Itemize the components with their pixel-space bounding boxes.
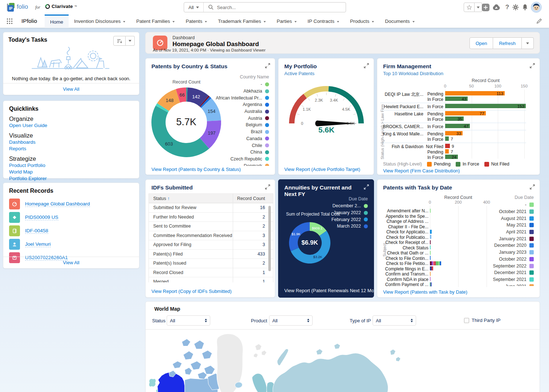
bar-pending[interactable] <box>445 149 449 154</box>
tab-patent-families[interactable]: Patent Families <box>131 15 180 28</box>
record-count-cell[interactable]: 1 <box>233 279 273 282</box>
view-report-link[interactable]: View Report (Copy of IDFs Submitted) <box>151 289 232 294</box>
favorites-star-button[interactable] <box>464 3 475 12</box>
world-map-svg[interactable] <box>146 330 540 392</box>
portfolio-gauge-chart[interactable]: 01.1K2.3K3.4K4.5K5.6K <box>284 78 369 131</box>
bar-not-filed[interactable] <box>445 144 450 148</box>
product-filter-select[interactable]: All <box>269 315 313 326</box>
global-add-button[interactable] <box>481 3 490 12</box>
quicklink-product-portfolio[interactable]: Product Portfolio <box>9 162 45 169</box>
bar-in-force[interactable] <box>445 136 449 141</box>
status-filter-select[interactable]: All <box>167 315 210 326</box>
tasks-menu-caret-button[interactable] <box>126 36 135 46</box>
recent-record-link[interactable]: Joel Vemuri <box>25 241 51 247</box>
recent-view-all-link[interactable]: View All <box>3 257 139 268</box>
search-input[interactable] <box>214 5 346 10</box>
record-count-cell[interactable]: 16 <box>233 205 273 210</box>
record-count-cell[interactable]: 2 <box>233 261 273 266</box>
stacked-bar-segment[interactable] <box>430 256 431 260</box>
quicklink-reports[interactable]: Reports <box>9 146 26 152</box>
expand-icon[interactable] <box>265 184 270 189</box>
stacked-bar-segment[interactable] <box>430 251 431 255</box>
expand-icon[interactable] <box>364 63 369 68</box>
dashboard-more-caret-button[interactable] <box>522 37 534 49</box>
donut-slice[interactable] <box>289 222 310 251</box>
help-button[interactable]: ? <box>503 3 512 12</box>
open-button[interactable]: Open <box>469 37 493 49</box>
gauge-tick-label: 2.3K <box>315 98 323 102</box>
stacked-bar-segment[interactable] <box>430 277 431 281</box>
setup-button[interactable] <box>511 3 520 12</box>
table-header[interactable]: Status ↑ Record Count <box>149 194 273 203</box>
stacked-bar-segment[interactable] <box>432 266 433 270</box>
tab-documents[interactable]: Documents <box>379 15 420 28</box>
tasks-view-all-link[interactable]: View All <box>3 83 139 95</box>
bar-value-label: 43 <box>458 97 466 101</box>
view-report-link[interactable]: View Report (Patent Renewals Next 12 Mon… <box>284 288 374 293</box>
bar-in-force[interactable] <box>445 104 526 108</box>
trailhead-button[interactable] <box>492 3 501 12</box>
view-report-link[interactable]: View Report (Active Portfolio Target) <box>284 167 360 172</box>
tab-patents[interactable]: Patents <box>180 15 212 28</box>
tab-home[interactable]: Home <box>45 15 69 28</box>
search-scope-dropdown[interactable]: All <box>184 3 204 12</box>
recent-record-link[interactable]: Homepage Global Dashboard <box>25 201 90 207</box>
quicklink-portfolio-explorer[interactable]: Portfolio Explorer <box>9 175 47 182</box>
bar-value-label: 35 <box>454 117 462 121</box>
view-report-link[interactable]: View Report (Patents with Task by Date) <box>383 289 467 295</box>
status-cell: Committee Recommendation Received <box>149 233 233 238</box>
record-count-cell[interactable]: 433 <box>233 252 273 257</box>
status-cell: Approved for Filing <box>149 242 233 247</box>
status-filter-label: Status <box>152 318 166 323</box>
stacked-bar-segment[interactable] <box>430 240 431 244</box>
firm-bar-chart[interactable]: 050100150DEQI IP Law 北京...Pending113In F… <box>377 58 540 175</box>
record-count-cell[interactable]: 3 <box>233 233 273 238</box>
record-count-cell[interactable]: 3 <box>233 242 273 247</box>
recent-record-link[interactable]: IDF-00458 <box>25 228 48 234</box>
edit-page-pencil-icon[interactable] <box>537 19 542 24</box>
legend-swatch <box>265 96 269 100</box>
person-icon <box>9 239 20 250</box>
global-search[interactable]: All <box>184 2 346 12</box>
record-count-cell[interactable]: 2 <box>233 224 273 229</box>
record-count-cell[interactable]: 2 <box>233 215 273 220</box>
tasks-stacked-bar-chart[interactable]: 0200400Amendment after N...Appendix to t… <box>377 180 540 297</box>
record-count-cell[interactable]: 1 <box>233 270 273 275</box>
quicklink-world-map[interactable]: World Map <box>9 169 33 175</box>
tasks-sort-button[interactable] <box>113 36 126 46</box>
tab-products[interactable]: Products <box>345 15 379 28</box>
type-of-ip-filter-select[interactable]: All <box>373 315 416 326</box>
tab-parties[interactable]: Parties <box>271 15 302 28</box>
quicklink-dashboards[interactable]: Dashboards <box>9 139 36 146</box>
expand-icon[interactable] <box>364 184 369 189</box>
view-report-link[interactable]: View Report (Patents by Country & Status… <box>151 167 241 172</box>
tab-ip-contracts[interactable]: IP Contracts <box>302 15 345 28</box>
view-report-link[interactable]: View Report (Firm Case Distribution) <box>383 168 460 173</box>
expand-icon[interactable] <box>265 63 270 68</box>
recent-record-link[interactable]: PIDS00009 US <box>25 215 58 220</box>
favorites-button-group[interactable] <box>464 3 482 12</box>
dashboard-header: Dashboard Homepage Global Dashboard As o… <box>145 32 540 54</box>
gauge-tick-label: 4.5K <box>342 107 350 111</box>
user-avatar[interactable] <box>531 2 542 13</box>
stacked-bar-segment[interactable] <box>430 245 431 249</box>
map-region-scandinavia <box>252 373 267 392</box>
table-scrollbar-thumb[interactable] <box>268 206 271 271</box>
stacked-bar-segment[interactable] <box>431 282 432 286</box>
notifications-button[interactable] <box>521 3 529 12</box>
stacked-bar-segment[interactable] <box>430 230 432 234</box>
donut-slice[interactable] <box>151 106 209 157</box>
stacked-bar-segment[interactable] <box>430 209 431 213</box>
tab-invention-disclosures[interactable]: Invention Disclosures <box>69 15 131 28</box>
third-party-ip-checkbox[interactable]: Third Party IP <box>464 318 500 323</box>
app-launcher-waffle-icon[interactable] <box>7 18 13 24</box>
stacked-bar-segment[interactable] <box>440 261 441 265</box>
map-region-canada-island <box>183 351 194 360</box>
tab-trademark-families[interactable]: Trademark Families <box>212 15 271 28</box>
checkbox-box[interactable] <box>464 318 469 323</box>
refresh-button[interactable]: Refresh <box>493 37 522 49</box>
stacked-bar-segment[interactable] <box>430 272 431 276</box>
subject-label: Chapter II - File De... <box>380 224 428 229</box>
stacked-bar-segment[interactable] <box>430 235 431 239</box>
quicklink-open-user-guide[interactable]: Open User Guide <box>9 122 47 129</box>
